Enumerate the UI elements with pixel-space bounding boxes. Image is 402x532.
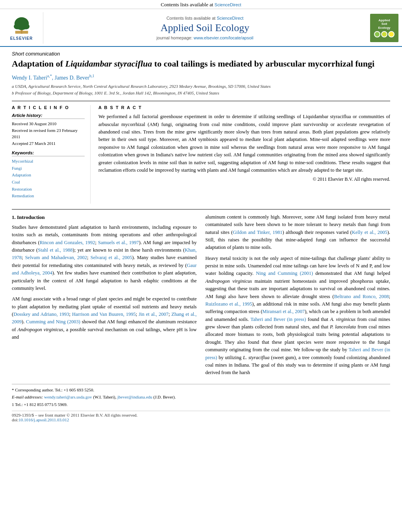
journal-title: Applied Soil Ecology xyxy=(161,22,249,34)
ref-kelly[interactable]: Kelly et al., 2005 xyxy=(352,230,387,235)
ref-cumming[interactable]: Cumming and Ning (2003) xyxy=(26,319,80,324)
journal-logo-text: AppliedSoilEcology xyxy=(374,19,395,30)
ref-ning[interactable]: Ning and Cumming (2001) xyxy=(256,271,313,276)
sciencedirect-link[interactable]: ScienceDirect xyxy=(215,2,241,7)
ref-taheri-bever-2[interactable]: Taheri and Bever (in press) xyxy=(206,347,391,360)
copyright: © 2011 Elsevier B.V. All rights reserved… xyxy=(98,176,390,182)
footnote-corresponding: * Corresponding author. Tel.: +1 605 693… xyxy=(12,387,390,393)
journal-logo-box: AppliedSoilEcology xyxy=(370,14,398,42)
ref-gildon[interactable]: Gildon and Tinker, 1981 xyxy=(233,230,282,235)
keyword-3: Adaptation xyxy=(12,172,85,179)
info-abstract-section: A R T I C L E I N F O Article history: R… xyxy=(12,101,390,204)
keyword-6: Remediation xyxy=(12,193,85,200)
body-col-right: aluminum content is commonly high. Moreo… xyxy=(206,213,391,380)
received-date: Received 30 August 2010 xyxy=(12,121,56,126)
footnote-1: 1 Tel.: +1 812 855 0771/5 5969. xyxy=(12,401,390,408)
author-sep: , James D. Bever xyxy=(52,74,89,80)
article-info-heading: A R T I C L E I N F O xyxy=(12,105,85,110)
body-two-col: 1. Introduction Studies have demonstrate… xyxy=(12,213,390,380)
body-para-4: Heavy metal toxicity is not the only asp… xyxy=(206,255,391,377)
history-label: Article history: xyxy=(12,113,85,119)
affiliations: a USDA, Agricultural Research Service, N… xyxy=(12,83,390,96)
affil-b: b Professor of Biology, Department of Bi… xyxy=(12,90,390,96)
body-section: 1. Introduction Studies have demonstrate… xyxy=(12,209,390,422)
ref-jin[interactable]: Jin et al., 2007 xyxy=(139,311,169,317)
keywords-label: Keywords: xyxy=(12,150,85,156)
intro-para-1: Studies have demonstrated plant adaptati… xyxy=(12,224,197,292)
ref-stahl[interactable]: Stahl et al., 1988 xyxy=(38,247,72,253)
keyword-4: Coal xyxy=(12,179,85,186)
article-info-col: A R T I C L E I N F O Article history: R… xyxy=(12,105,91,204)
elsevier-logo: ELSEVIER xyxy=(0,12,43,44)
ref-dosskey[interactable]: Dosskey and Adriano, 1993 xyxy=(13,311,69,317)
ref-ruiz[interactable]: Ruizlozano et al., 1995 xyxy=(206,301,252,307)
ref-harrison[interactable]: Harrison and Van Buuren, 1995 xyxy=(72,311,136,317)
abstract-col: A B S T R A C T We performed a full fact… xyxy=(98,105,390,204)
affil-a: a USDA, Agricultural Research Service, N… xyxy=(12,83,390,90)
intro-heading: 1. Introduction xyxy=(12,213,197,221)
footnotes: * Corresponding author. Tel.: +1 605 693… xyxy=(12,384,390,408)
ref-taheri-bever[interactable]: Taheri and Bever (in press) xyxy=(250,317,306,322)
main-content: Short communication Adaptation of Liquid… xyxy=(0,47,402,426)
footnote-emails: E-mail addresses: wendy.taheri@ars.usda.… xyxy=(12,394,390,400)
ref-rincon[interactable]: Rincon and Gonzales, 1992 xyxy=(40,240,95,245)
journal-url[interactable]: www.elsevier.com/locate/apsoil xyxy=(194,35,254,40)
author-2-sup: b,1 xyxy=(89,74,94,78)
banner-text: Contents lists available at xyxy=(161,2,214,7)
article-history-section: Article history: Received 30 August 2010… xyxy=(12,113,85,146)
ref-selvaraj[interactable]: Selvaraj et al., 2005 xyxy=(91,255,132,260)
svg-point-2 xyxy=(14,24,21,30)
contents-list-label: Contents lists available at ScienceDirec… xyxy=(167,16,244,20)
ref-samuels[interactable]: Samuels et al., 1997 xyxy=(98,240,139,245)
authors-line: Wendy I. Taheria,*, James D. Beverb,1 xyxy=(12,74,390,81)
article-title: Adaptation of Liquidambar styraciflua to… xyxy=(12,58,390,70)
svg-point-3 xyxy=(22,24,29,30)
body-para-3: aluminum content is commonly high. Moreo… xyxy=(206,213,391,252)
revised-date: Received in revised form 23 February 201… xyxy=(12,128,78,139)
accepted-date: Accepted 27 March 2011 xyxy=(12,141,56,146)
keywords-list: Mycorrhizal Fungi Adaptation Coal Restor… xyxy=(12,158,85,200)
title-text-after: to coal tailings is mediated by arbuscul… xyxy=(152,59,374,69)
ref-miransari[interactable]: Miransari et al., 2007 xyxy=(262,309,305,314)
email-taheri[interactable]: wendy.taheri@ars.usda.gov xyxy=(44,395,92,399)
journal-logo: AppliedSoilEcology xyxy=(367,12,402,44)
author-1-sup: a,* xyxy=(47,74,52,78)
keyword-1: Mycorrhizal xyxy=(12,158,85,165)
sciencedirect-link-header[interactable]: ScienceDirect xyxy=(217,16,243,20)
article-type: Short communication xyxy=(12,51,390,57)
journal-logo-circles xyxy=(374,31,395,37)
email-bever[interactable]: jbever@indiana.edu xyxy=(117,395,152,399)
doi-line: doi:10.1016/j.apsoil.2011.03.012 xyxy=(12,417,390,422)
journal-homepage: journal homepage: www.elsevier.com/locat… xyxy=(157,35,254,40)
author-1-name: Wendy I. Taheri xyxy=(12,74,47,80)
keywords-section: Keywords: Mycorrhizal Fungi Adaptation C… xyxy=(12,150,85,200)
journal-title-area: Contents lists available at ScienceDirec… xyxy=(43,12,367,44)
body-col-left: 1. Introduction Studies have demonstrate… xyxy=(12,213,197,380)
keyword-2: Fungi xyxy=(12,165,85,172)
elsevier-tree-icon xyxy=(10,16,33,35)
intro-para-2: AM fungi associate with a broad range of… xyxy=(12,295,197,341)
title-text-before: Adaptation of xyxy=(12,59,65,69)
ref-gaur[interactable]: Gaur and Adholeya, 2004 xyxy=(12,263,197,276)
ref-selvam[interactable]: Selvam and Mahadevan, 2002 xyxy=(25,255,87,260)
journal-header: ELSEVIER Contents lists available at Sci… xyxy=(0,9,402,47)
abstract-heading: A B S T R A C T xyxy=(98,105,390,110)
footnote-email-label: E-mail addresses: xyxy=(12,395,43,399)
ref-beltrano[interactable]: Beltrano and Ronco, 2008 xyxy=(334,294,389,299)
elsevier-brand-text: ELSEVIER xyxy=(10,36,33,41)
title-italic: Liquidambar styraciflua xyxy=(65,59,152,69)
keyword-5: Restoration xyxy=(12,186,85,193)
bottom-info: 0929-1393/$ – see front matter © 2011 El… xyxy=(12,411,390,422)
issn-line: 0929-1393/$ – see front matter © 2011 El… xyxy=(12,413,390,417)
doi-link[interactable]: 10.1016/j.apsoil.2011.03.012 xyxy=(19,417,69,422)
top-banner: Contents lists available at ScienceDirec… xyxy=(0,0,402,9)
abstract-text: We performed a full factorial greenhouse… xyxy=(98,113,390,174)
